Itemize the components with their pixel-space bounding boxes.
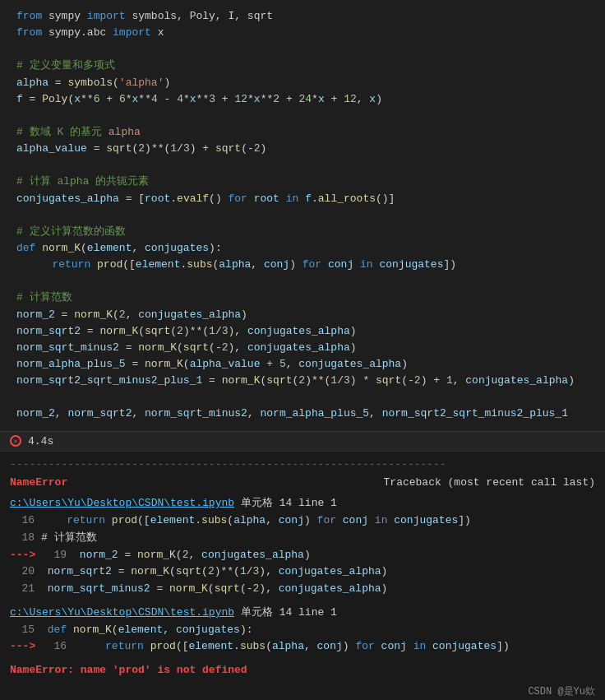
tb-code-15: def norm_K(element, conjugates): bbox=[41, 622, 253, 639]
tb-line-21: 21 norm_sqrt_minus2 = norm_K(sqrt(-2), c… bbox=[10, 581, 595, 598]
code-line-8: # 数域 K 的基元 alpha bbox=[16, 124, 605, 141]
tb-line-19-arrow: ---> 19 norm_2 = norm_K(2, conjugates_al… bbox=[10, 547, 595, 564]
code-line-20: norm_sqrt2 = norm_K(sqrt(2)**(1/3), conj… bbox=[16, 323, 605, 340]
status-bar: ✕ 4.4s bbox=[0, 431, 605, 451]
code-line-16: return prod([element.subs(alpha, conj) f… bbox=[16, 257, 605, 273]
code-line-12: conjugates_alpha = [root.evalf() for roo… bbox=[16, 191, 605, 207]
tb-code-16b: return prod([element.subs(alpha, conj) f… bbox=[73, 638, 510, 656]
code-line-5: alpha = symbols('alpha') bbox=[16, 75, 605, 91]
code-line-14: # 定义计算范数的函数 bbox=[16, 224, 605, 240]
tb-file2-suffix: 单元格 14 line 1 bbox=[234, 606, 337, 619]
code-line-22: norm_alpha_plus_5 = norm_K(alpha_value +… bbox=[16, 356, 605, 373]
tb-code-16: return prod([element.subs(alpha, conj) f… bbox=[41, 512, 471, 530]
code-line-11: # 计算 alpha 的共轭元素 bbox=[16, 174, 605, 190]
code-line-15: def norm_K(element, conjugates): bbox=[16, 240, 605, 257]
tb-arrow-19: ---> bbox=[10, 547, 42, 564]
tb-final-error: NameError: name 'prod' is not defined bbox=[10, 662, 595, 679]
tb-error-type: NameError bbox=[10, 475, 67, 492]
error-icon: ✕ bbox=[10, 435, 21, 447]
tb-traceback-label: Traceback (most recent call last) bbox=[384, 475, 595, 492]
tb-separator-line: ----------------------------------------… bbox=[10, 457, 595, 474]
tb-code-21: norm_sqrt_minus2 = norm_K(sqrt(-2), conj… bbox=[41, 581, 387, 598]
code-line-19: norm_2 = norm_K(2, conjugates_alpha) bbox=[16, 307, 605, 323]
tb-line-18: 18 # 计算范数 bbox=[10, 530, 595, 547]
tb-arrow-16b: ---> bbox=[10, 638, 42, 656]
tb-file1-link[interactable]: c:\Users\Yu\Desktop\CSDN\test.ipynb bbox=[10, 497, 234, 509]
tb-linenum-19: 19 bbox=[42, 547, 67, 564]
code-line-9: alpha_value = sqrt(2)**(1/3) + sqrt(-2) bbox=[16, 141, 605, 157]
tb-branding: CSDN @是Yu欸 bbox=[10, 684, 595, 700]
tb-line-16b-arrow: ---> 16 return prod([element.subs(alpha,… bbox=[10, 638, 595, 656]
tb-line-16: 16 return prod([element.subs(alpha, conj… bbox=[10, 512, 595, 530]
code-line-4: # 定义变量和多项式 bbox=[16, 58, 605, 74]
tb-line-15: 15 def norm_K(element, conjugates): bbox=[10, 622, 595, 639]
tb-linenum-20: 20 bbox=[10, 563, 35, 581]
tb-code-20: norm_sqrt2 = norm_K(sqrt(2)**(1/3), conj… bbox=[41, 563, 387, 581]
code-line-25: norm_2, norm_sqrt2, norm_sqrt_minus2, no… bbox=[16, 406, 605, 422]
tb-linenum-16: 16 bbox=[10, 512, 35, 530]
tb-code-19: norm_2 = norm_K(2, conjugates_alpha) bbox=[73, 547, 311, 564]
tb-file1-line: c:\Users\Yu\Desktop\CSDN\test.ipynb 单元格 … bbox=[10, 495, 595, 512]
execution-time: 4.4s bbox=[28, 435, 53, 447]
tb-file1-suffix: 单元格 14 line 1 bbox=[234, 497, 337, 509]
tb-file2-link[interactable]: c:\Users\Yu\Desktop\CSDN\test.ipynb bbox=[10, 606, 234, 619]
code-line-21: norm_sqrt_minus2 = norm_K(sqrt(-2), conj… bbox=[16, 340, 605, 356]
traceback-area: ----------------------------------------… bbox=[0, 451, 605, 700]
tb-linenum-16b: 16 bbox=[42, 638, 67, 656]
code-line-18: # 计算范数 bbox=[16, 290, 605, 306]
tb-code-18: # 计算范数 bbox=[41, 530, 97, 547]
tb-file2-line: c:\Users\Yu\Desktop\CSDN\test.ipynb 单元格 … bbox=[10, 605, 595, 622]
code-line-6: f = Poly(x**6 + 6*x**4 - 4*x**3 + 12*x**… bbox=[16, 91, 605, 108]
tb-line-20: 20 norm_sqrt2 = norm_K(sqrt(2)**(1/3), c… bbox=[10, 563, 595, 581]
tb-linenum-15: 15 bbox=[10, 622, 35, 639]
code-line-23: norm_sqrt2_sqrt_minus2_plus_1 = norm_K(s… bbox=[16, 373, 605, 389]
code-line-1: from sympy import symbols, Poly, I, sqrt bbox=[16, 8, 605, 25]
code-line-2: from sympy.abc import x bbox=[16, 25, 605, 41]
tb-linenum-21: 21 bbox=[10, 581, 35, 598]
code-editor: from sympy import symbols, Poly, I, sqrt… bbox=[0, 0, 605, 431]
tb-linenum-18: 18 bbox=[10, 530, 35, 547]
